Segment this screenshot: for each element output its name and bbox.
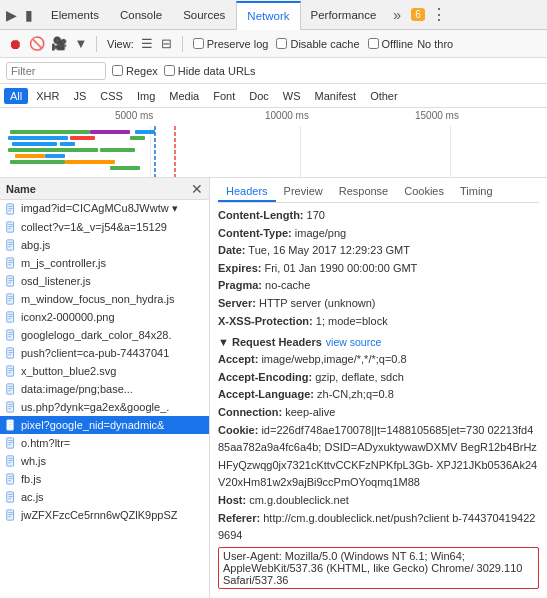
warning-badge: 6 xyxy=(411,8,425,21)
file-item-name: fb.js xyxy=(21,473,205,485)
file-item[interactable]: ac.js xyxy=(0,488,209,506)
regex-group: Regex xyxy=(112,65,158,77)
type-filter-css[interactable]: CSS xyxy=(94,88,129,104)
file-item[interactable]: wh.js xyxy=(0,452,209,470)
header-value: keep-alive xyxy=(282,406,335,418)
list-view-button[interactable]: ☰ xyxy=(138,35,156,53)
file-item[interactable]: osd_listener.js xyxy=(0,272,209,290)
file-item-name: imgad?id=CICAgMCu8JWwtw ▾ xyxy=(21,202,205,215)
offline-checkbox[interactable] xyxy=(368,38,379,49)
request-header-row: Referer: http://cm.g.doubleclick.net/pus… xyxy=(218,510,539,545)
view-source-link[interactable]: view source xyxy=(326,336,381,348)
clear-button[interactable]: 🚫 xyxy=(28,35,46,53)
timeline-label-10000: 10000 ms xyxy=(265,110,309,121)
tab-network[interactable]: Network xyxy=(236,1,300,30)
tab-cookies[interactable]: Cookies xyxy=(396,182,452,202)
tab-headers[interactable]: Headers xyxy=(218,182,276,202)
no-throttle-label: No thro xyxy=(417,38,453,50)
file-item-name: collect?v=1&_v=j54&a=15129 xyxy=(21,221,205,233)
svg-rect-65 xyxy=(7,419,14,429)
file-item[interactable]: push?client=ca-pub-74437041 xyxy=(0,344,209,362)
timeline-area: 5000 ms 10000 ms 15000 ms xyxy=(0,108,547,178)
tab-more[interactable]: » xyxy=(387,2,407,28)
tab-elements[interactable]: Elements xyxy=(41,0,110,29)
triangle-icon: ▼ Request Headers xyxy=(218,336,322,348)
file-icon xyxy=(4,454,18,468)
preserve-log-checkbox[interactable] xyxy=(193,38,204,49)
header-name: Content-Type: xyxy=(218,227,292,239)
filter-bar: Regex Hide data URLs xyxy=(0,58,547,84)
file-icon xyxy=(4,418,18,432)
file-item[interactable]: o.htm?ltr= xyxy=(0,434,209,452)
response-header-row: Expires: Fri, 01 Jan 1990 00:00:00 GMT xyxy=(218,260,539,278)
tab-performance[interactable]: Performance xyxy=(301,0,388,29)
file-item[interactable]: m_js_controller.js xyxy=(0,254,209,272)
file-icon xyxy=(4,490,18,504)
file-item[interactable]: m_window_focus_non_hydra.js xyxy=(0,290,209,308)
file-icon xyxy=(4,256,18,270)
header-name: User-Agent: xyxy=(223,550,282,562)
close-panel-button[interactable]: ✕ xyxy=(191,181,203,197)
file-item[interactable]: imgad?id=CICAgMCu8JWwtw ▾ xyxy=(0,200,209,218)
type-filter-other[interactable]: Other xyxy=(364,88,404,104)
file-item[interactable]: jwZFXFzcCe5rnn6wQZlK9ppSZ xyxy=(0,506,209,524)
tab-response[interactable]: Response xyxy=(331,182,397,202)
file-item-name: push?client=ca-pub-74437041 xyxy=(21,347,205,359)
hide-data-urls-checkbox[interactable] xyxy=(164,65,175,76)
header-value: no-cache xyxy=(262,279,310,291)
type-filter-media[interactable]: Media xyxy=(163,88,205,104)
svg-rect-33 xyxy=(7,275,14,285)
type-filter-xhr[interactable]: XHR xyxy=(30,88,65,104)
type-filter-ws[interactable]: WS xyxy=(277,88,307,104)
request-header-row: Host: cm.g.doubleclick.net xyxy=(218,492,539,510)
svg-rect-4 xyxy=(15,154,45,158)
filter-input[interactable] xyxy=(6,62,106,80)
camera-button[interactable]: 🎥 xyxy=(50,35,68,53)
type-filter-img[interactable]: Img xyxy=(131,88,161,104)
file-item[interactable]: pixel?google_nid=dynadmic& xyxy=(0,416,209,434)
file-item[interactable]: us.php?dynk=ga2ex&google_. xyxy=(0,398,209,416)
type-filter-font[interactable]: Font xyxy=(207,88,241,104)
devtools-menu[interactable]: ⋮ xyxy=(425,3,453,26)
response-header-row: Date: Tue, 16 May 2017 12:29:23 GMT xyxy=(218,242,539,260)
response-header-row: Content-Type: image/png xyxy=(218,225,539,243)
filter-funnel-button[interactable]: ▼ xyxy=(72,35,90,53)
header-value: cm.g.doubleclick.net xyxy=(246,494,349,506)
record-button[interactable]: ⏺ xyxy=(6,35,24,53)
tab-preview[interactable]: Preview xyxy=(276,182,331,202)
file-icon xyxy=(4,328,18,342)
type-filter-all[interactable]: All xyxy=(4,88,28,104)
devtools-icons: ▶ ▮ xyxy=(4,5,35,25)
tab-sources[interactable]: Sources xyxy=(173,0,236,29)
file-item[interactable]: collect?v=1&_v=j54&a=15129 xyxy=(0,218,209,236)
file-item[interactable]: abg.js xyxy=(0,236,209,254)
file-item[interactable]: iconx2-000000.png xyxy=(0,308,209,326)
file-item[interactable]: data:image/png;base... xyxy=(0,380,209,398)
inspect-icon[interactable]: ▶ xyxy=(4,5,19,25)
waterfall-view-button[interactable]: ⊟ xyxy=(158,35,176,53)
tab-bar: ▶ ▮ Elements Console Sources Network Per… xyxy=(0,0,547,30)
request-headers-list: Accept: image/webp,image/*,*/*;q=0.8Acce… xyxy=(218,351,539,589)
file-item[interactable]: googlelogo_dark_color_84x28. xyxy=(0,326,209,344)
tab-timing[interactable]: Timing xyxy=(452,182,501,202)
file-item[interactable]: x_button_blue2.svg xyxy=(0,362,209,380)
type-filter-doc[interactable]: Doc xyxy=(243,88,275,104)
header-name: Expires: xyxy=(218,262,261,274)
request-header-row: Accept-Language: zh-CN,zh;q=0.8 xyxy=(218,386,539,404)
type-filter-manifest[interactable]: Manifest xyxy=(309,88,363,104)
file-item-name: us.php?dynk=ga2ex&google_. xyxy=(21,401,205,413)
file-item-name: m_window_focus_non_hydra.js xyxy=(21,293,205,305)
regex-label: Regex xyxy=(126,65,158,77)
header-name: Connection: xyxy=(218,406,282,418)
disable-cache-checkbox[interactable] xyxy=(276,38,287,49)
svg-rect-2 xyxy=(12,142,57,146)
file-item[interactable]: fb.js xyxy=(0,470,209,488)
header-value: id=226df748ae170078||t=1488105685|et=730… xyxy=(218,424,537,489)
type-filter-js[interactable]: JS xyxy=(67,88,92,104)
file-item-name: wh.js xyxy=(21,455,205,467)
preserve-log-group: Preserve log xyxy=(193,38,269,50)
header-value: image/png xyxy=(292,227,346,239)
tab-console[interactable]: Console xyxy=(110,0,173,29)
device-icon[interactable]: ▮ xyxy=(23,5,35,25)
regex-checkbox[interactable] xyxy=(112,65,123,76)
